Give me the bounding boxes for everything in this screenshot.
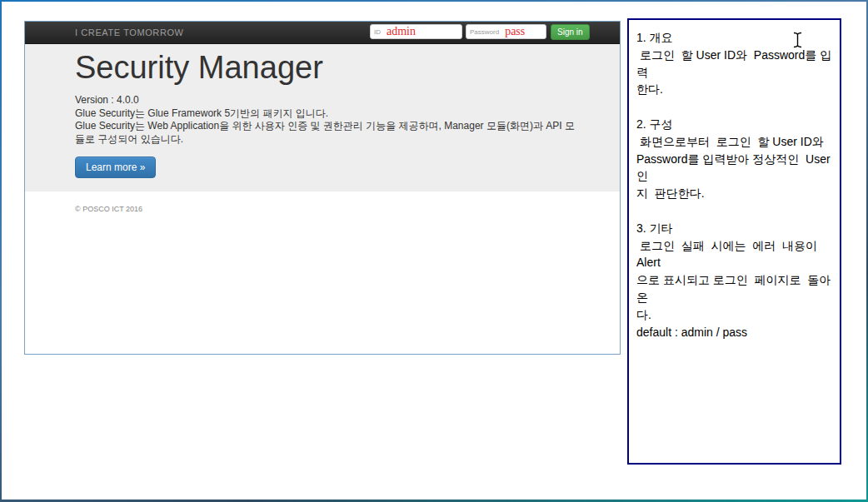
top-navbar: I CREATE TOMORROW ID admin Password pass… [25,22,620,44]
description-line-2: Glue Security는 Web Application을 위한 사용자 인… [75,120,578,146]
note-line: 2. 구성 [636,116,835,133]
note-line: 으로 표시되고 로그인 페이지로 돌아온 [636,271,835,306]
id-input-value: admin [387,26,416,37]
page-background: I CREATE TOMORROW ID admin Password pass… [2,2,866,500]
password-input-label: Password [470,28,499,36]
note-line [636,202,835,220]
note-line: 로그인 실패 시에는 에러 내용이 Alert [636,237,835,272]
page-title: Security Manager [75,49,586,87]
notes-panel[interactable]: 1. 개요 로그인 할 User ID와 Password를 입력한다.2. 구… [627,18,841,465]
password-input[interactable]: Password pass [466,24,546,39]
jumbotron: Security Manager Version : 4.0.0 Glue Se… [25,44,620,191]
notes-lines: 1. 개요 로그인 할 User ID와 Password를 입력한다.2. 구… [636,29,835,340]
note-line: Password를 입력받아 정상적인 User인 [636,151,835,186]
screenshot-frame: I CREATE TOMORROW ID admin Password pass… [0,0,868,502]
footer-copyright: © POSCO ICT 2016 [75,205,142,213]
id-input-label: ID [374,28,381,36]
id-input[interactable]: ID admin [370,24,462,39]
note-line: 한다. [636,81,835,98]
navbar-brand[interactable]: I CREATE TOMORROW [75,27,184,37]
note-line: 1. 개요 [636,29,835,47]
password-input-value: pass [505,26,525,37]
description-line-1: Glue Security는 Glue Framework 5기반의 패키지 입… [75,107,578,121]
note-line: 다. [636,306,835,324]
browser-page: I CREATE TOMORROW ID admin Password pass… [24,21,621,355]
note-line: 지 판단한다. [636,185,835,202]
note-line: 로그인 할 User ID와 Password를 입력 [636,47,835,82]
learn-more-button[interactable]: Learn more » [75,157,156,178]
note-line: 3. 기타 [636,220,835,237]
note-line: default : admin / pass [636,324,835,341]
note-line [636,98,835,116]
note-line: 화면으로부터 로그인 할 User ID와 [636,133,835,151]
sign-in-button[interactable]: Sign in [551,24,590,40]
version-text: Version : 4.0.0 [75,94,586,107]
